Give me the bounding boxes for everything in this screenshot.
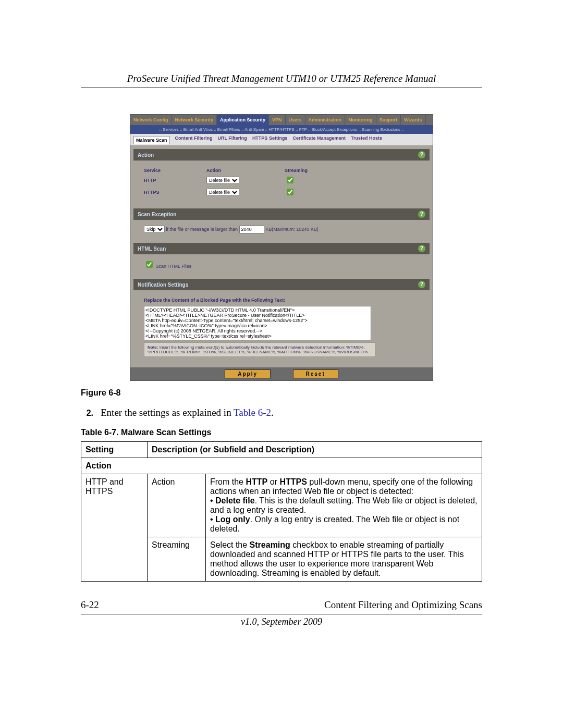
cell-http-https: HTTP and HTTPS bbox=[81, 474, 148, 582]
step-2: 2. Enter the settings as explained in Ta… bbox=[81, 407, 482, 418]
http-action-select[interactable]: Delete file bbox=[206, 177, 239, 184]
step-link[interactable]: Table 6-2 bbox=[234, 407, 271, 418]
tab-vpn[interactable]: VPN bbox=[269, 115, 286, 125]
apply-button[interactable]: Apply bbox=[225, 369, 271, 378]
tab-network-config[interactable]: Network Config bbox=[130, 115, 172, 125]
settings-table: Setting Description (or Subfield and Des… bbox=[81, 441, 482, 582]
section-row-action: Action bbox=[81, 458, 482, 474]
tab-admin[interactable]: Administration bbox=[305, 115, 346, 125]
tab-application-security[interactable]: Application Security bbox=[217, 115, 269, 125]
tab2-https-settings[interactable]: HTTPS Settings bbox=[252, 135, 288, 144]
section-htmlscan-header: HTML Scan ? bbox=[133, 243, 430, 254]
secondary-tabs: Malware Scan Content Filtering URL Filte… bbox=[130, 134, 433, 146]
col-service: Service bbox=[144, 168, 186, 173]
cell-streaming-desc: Select the Streaming checkbox to enable … bbox=[206, 537, 482, 582]
note-label: Note: bbox=[148, 345, 158, 350]
button-bar: Apply Reset bbox=[130, 367, 433, 380]
help-icon[interactable]: ? bbox=[418, 211, 425, 218]
txt: Select the bbox=[210, 540, 250, 549]
col-streaming: Streaming bbox=[285, 168, 326, 173]
scan-html-checkbox[interactable] bbox=[146, 261, 153, 268]
txt: or bbox=[267, 477, 279, 486]
section-action-header: Action ? bbox=[133, 149, 430, 161]
tab2-url-filtering[interactable]: URL Filtering bbox=[218, 135, 247, 144]
service-http: HTTP bbox=[144, 178, 186, 183]
col-action: Action bbox=[206, 168, 264, 173]
scan-html-label: Scan HTML Files bbox=[156, 264, 192, 269]
scanexc-size-input[interactable] bbox=[239, 225, 264, 233]
section-scanexc-title: Scan Exception bbox=[138, 212, 176, 217]
sub-nav-bar: :: Services :: Email Anti-Virus :: Email… bbox=[130, 125, 433, 134]
bold-log-only: Log only bbox=[215, 515, 250, 524]
tab-support[interactable]: Support bbox=[376, 115, 401, 125]
chapter-title: Content Filtering and Optimizing Scans bbox=[324, 599, 482, 611]
section-notif-header: Notification Settings ? bbox=[133, 279, 430, 290]
th-setting: Setting bbox=[81, 442, 148, 458]
bold-streaming: Streaming bbox=[250, 540, 290, 549]
footer-rule bbox=[81, 614, 482, 614]
figure-caption: Figure 6-8 bbox=[81, 388, 482, 398]
step-text-pre: Enter the settings as explained in bbox=[101, 407, 234, 418]
skip-select[interactable]: Skip bbox=[144, 226, 165, 233]
scanexc-mid: if the file or message is larger than bbox=[166, 227, 238, 232]
section-action-title: Action bbox=[138, 152, 154, 158]
help-icon[interactable]: ? bbox=[418, 151, 425, 158]
scanexc-suffix: KB(Maximum: 10240 KB) bbox=[265, 227, 319, 232]
bold-http: HTTP bbox=[246, 477, 267, 486]
tab-wizards[interactable]: Wizards bbox=[401, 115, 425, 125]
bold-https: HTTPS bbox=[279, 477, 307, 486]
tab-network-security[interactable]: Network Security bbox=[172, 115, 217, 125]
tab-users[interactable]: Users bbox=[286, 115, 305, 125]
cell-streaming-sub: Streaming bbox=[148, 537, 206, 582]
service-https: HTTPS bbox=[144, 190, 186, 195]
tab-monitoring[interactable]: Monitoring bbox=[345, 115, 376, 125]
https-action-select[interactable]: Delete file bbox=[206, 189, 239, 196]
section-notif-title: Notification Settings bbox=[138, 282, 188, 288]
th-desc: Description (or Subfield and Description… bbox=[148, 442, 482, 458]
tab2-cert-mgmt[interactable]: Certificate Management bbox=[292, 135, 346, 144]
note-body: Insert the following meta word(s) to aut… bbox=[148, 345, 368, 354]
table-caption: Table 6-7. Malware Scan Settings bbox=[81, 428, 482, 437]
main-tabs: Network Config Network Security Applicat… bbox=[130, 115, 433, 125]
tab2-malware-scan[interactable]: Malware Scan bbox=[133, 136, 170, 144]
http-streaming-checkbox[interactable] bbox=[287, 177, 293, 183]
note-box: Note: Insert the following meta word(s) … bbox=[144, 342, 375, 357]
step-number: 2. bbox=[81, 409, 93, 418]
header-rule bbox=[81, 88, 482, 88]
section-htmlscan-title: HTML Scan bbox=[138, 246, 166, 252]
page-number: 6-22 bbox=[81, 599, 99, 611]
step-text-post: . bbox=[271, 407, 274, 418]
txt: From the bbox=[210, 477, 246, 486]
help-icon[interactable]: ? bbox=[418, 245, 425, 252]
tab2-trusted-hosts[interactable]: Trusted Hosts bbox=[351, 135, 382, 144]
bold-delete-file: Delete file bbox=[215, 496, 255, 505]
section-scanexc-header: Scan Exception ? bbox=[133, 208, 430, 220]
screenshot-panel: Network Config Network Security Applicat… bbox=[130, 114, 433, 381]
notification-textarea[interactable]: <!DOCTYPE HTML PUBLIC "-//W3C//DTD HTML … bbox=[144, 306, 371, 340]
https-streaming-checkbox[interactable] bbox=[287, 189, 293, 195]
reset-button[interactable]: Reset bbox=[293, 369, 338, 378]
tab2-content-filtering[interactable]: Content Filtering bbox=[175, 135, 213, 144]
cell-action-desc: From the HTTP or HTTPS pull-down menu, s… bbox=[206, 474, 482, 537]
running-header: ProSecure Unified Threat Management UTM1… bbox=[81, 73, 482, 84]
replace-label: Replace the Content of a Blocked Page wi… bbox=[144, 298, 419, 303]
cell-action-sub: Action bbox=[148, 474, 206, 537]
footer-version: v1.0, September 2009 bbox=[81, 616, 482, 627]
help-icon[interactable]: ? bbox=[418, 281, 425, 288]
